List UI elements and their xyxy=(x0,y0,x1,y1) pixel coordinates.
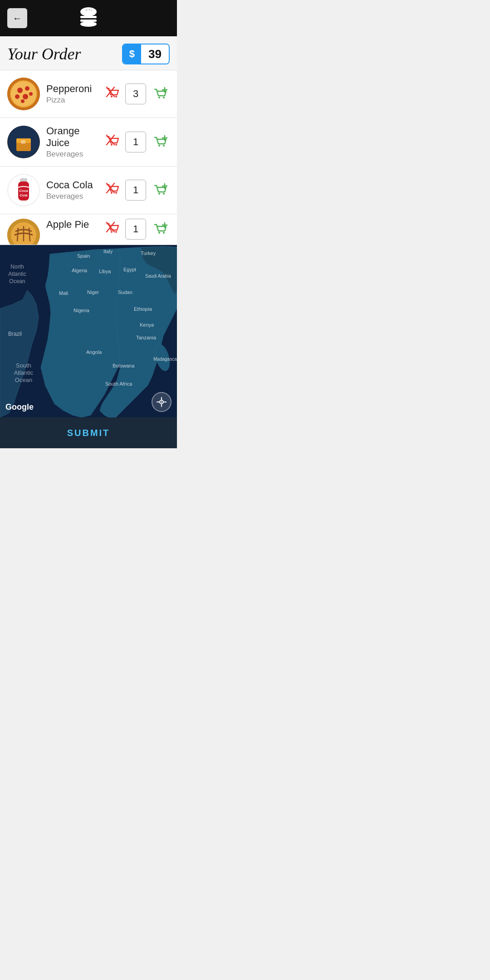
svg-point-41 xyxy=(115,192,117,194)
svg-text:Kenya: Kenya xyxy=(140,322,154,328)
page-title: Your Order xyxy=(7,44,81,64)
svg-text:South: South xyxy=(16,362,31,369)
qty-coca-cola: 1 xyxy=(125,180,146,201)
add-orange-juice-button[interactable] xyxy=(151,132,170,152)
remove-apple-pie-button[interactable] xyxy=(104,220,121,238)
svg-point-6 xyxy=(80,21,97,27)
svg-point-13 xyxy=(23,94,28,99)
add-coca-cola-button[interactable] xyxy=(151,181,170,200)
order-list: Pepperoni Pizza 3 xyxy=(0,70,177,245)
svg-text:Ocean: Ocean xyxy=(9,278,25,284)
svg-point-28 xyxy=(111,144,113,146)
item-image-coca-cola: Coca Cola xyxy=(7,174,40,206)
item-info-coca-cola: Coca Cola Beverages xyxy=(46,179,98,201)
back-icon: ← xyxy=(13,13,22,24)
item-info-orange-juice: Orange Juice Beverages xyxy=(46,125,98,159)
svg-point-12 xyxy=(15,94,20,99)
currency-symbol: $ xyxy=(123,44,141,64)
item-info-pepperoni: Pepperoni Pizza xyxy=(46,83,98,105)
order-item-coca-cola: Coca Cola Coca Cola Beverages 1 xyxy=(0,167,177,214)
back-button[interactable]: ← xyxy=(7,8,27,28)
item-category-orange-juice: Beverages xyxy=(46,150,98,159)
order-header: Your Order $ 39 xyxy=(0,36,177,70)
svg-point-55 xyxy=(163,232,165,234)
item-controls-orange-juice: 1 xyxy=(104,132,170,152)
svg-point-32 xyxy=(158,145,160,147)
price-badge: $ 39 xyxy=(122,44,170,64)
svg-text:Algeria: Algeria xyxy=(72,268,88,273)
burger-logo-icon xyxy=(77,5,100,31)
item-category-coca-cola: Beverages xyxy=(46,192,98,201)
app-header: ← xyxy=(0,0,177,36)
svg-point-51 xyxy=(115,231,117,233)
qty-orange-juice: 1 xyxy=(125,132,146,152)
svg-point-54 xyxy=(158,232,160,234)
svg-text:Atlantic: Atlantic xyxy=(14,369,34,376)
svg-text:Turkey: Turkey xyxy=(141,250,156,256)
order-item-pepperoni: Pepperoni Pizza 3 xyxy=(0,70,177,118)
svg-point-1 xyxy=(86,9,88,11)
svg-point-14 xyxy=(29,92,33,96)
svg-point-45 xyxy=(163,193,165,195)
svg-text:Sudan: Sudan xyxy=(118,289,132,295)
remove-coca-cola-button[interactable] xyxy=(104,181,121,199)
svg-point-20 xyxy=(158,97,160,98)
svg-point-91 xyxy=(161,402,162,403)
order-item-orange-juice: Orange Juice Beverages 1 xyxy=(0,118,177,167)
item-name-apple-pie: Apple Pie xyxy=(46,219,98,230)
qty-apple-pie: 1 xyxy=(125,219,146,240)
svg-text:South Africa: South Africa xyxy=(105,381,132,387)
svg-point-11 xyxy=(25,86,29,91)
svg-rect-4 xyxy=(80,16,97,18)
submit-bar: SUBMIT xyxy=(0,417,177,448)
logo xyxy=(77,5,100,31)
svg-text:Coca: Coca xyxy=(19,189,28,193)
item-image-apple-pie xyxy=(7,219,40,245)
svg-point-10 xyxy=(17,88,23,93)
item-controls-apple-pie: 1 xyxy=(104,219,170,240)
svg-text:Angola: Angola xyxy=(86,349,102,355)
svg-point-40 xyxy=(111,192,113,194)
svg-text:Egypt: Egypt xyxy=(123,267,136,272)
svg-text:Botswana: Botswana xyxy=(113,363,135,368)
add-apple-pie-button[interactable] xyxy=(151,220,170,239)
svg-text:Niger: Niger xyxy=(87,289,99,295)
svg-text:Ocean: Ocean xyxy=(15,377,32,383)
item-image-orange-juice xyxy=(7,126,40,158)
item-name-pepperoni: Pepperoni xyxy=(46,83,98,95)
item-info-apple-pie: Apple Pie xyxy=(46,219,98,230)
svg-text:Saudi Arabia: Saudi Arabia xyxy=(145,274,171,279)
google-watermark: Google xyxy=(5,402,34,412)
svg-point-16 xyxy=(111,96,113,98)
remove-orange-juice-button[interactable] xyxy=(104,133,121,151)
svg-point-44 xyxy=(158,193,160,195)
svg-text:Ethiopia: Ethiopia xyxy=(134,306,152,312)
svg-text:Italy: Italy xyxy=(103,249,113,254)
item-category-pepperoni: Pizza xyxy=(46,96,98,105)
svg-point-17 xyxy=(115,96,117,98)
svg-text:Brazil: Brazil xyxy=(8,331,22,337)
location-button[interactable] xyxy=(152,392,172,412)
svg-text:Nigeria: Nigeria xyxy=(74,308,90,313)
submit-button[interactable]: SUBMIT xyxy=(67,428,110,438)
svg-point-0 xyxy=(80,7,97,16)
svg-text:Madagascar: Madagascar xyxy=(153,357,177,362)
svg-point-3 xyxy=(91,10,93,11)
item-controls-coca-cola: 1 xyxy=(104,180,170,201)
item-image-pepperoni xyxy=(7,78,40,110)
svg-text:Libya: Libya xyxy=(99,269,111,274)
svg-text:Atlantic: Atlantic xyxy=(8,271,26,277)
item-controls-pepperoni: 3 xyxy=(104,83,170,104)
svg-text:Spain: Spain xyxy=(77,253,90,259)
svg-point-29 xyxy=(115,144,117,146)
svg-text:Mali: Mali xyxy=(59,290,68,296)
svg-point-33 xyxy=(163,145,165,147)
svg-rect-27 xyxy=(21,140,25,144)
add-pepperoni-button[interactable] xyxy=(151,84,170,103)
map-section: Spain Italy Turkey Algeria Libya Egypt S… xyxy=(0,245,177,417)
order-item-apple-pie: Apple Pie 1 xyxy=(0,214,177,245)
svg-text:Cola: Cola xyxy=(20,193,28,197)
svg-rect-36 xyxy=(20,178,27,182)
remove-pepperoni-button[interactable] xyxy=(104,85,121,103)
svg-point-21 xyxy=(163,97,165,98)
